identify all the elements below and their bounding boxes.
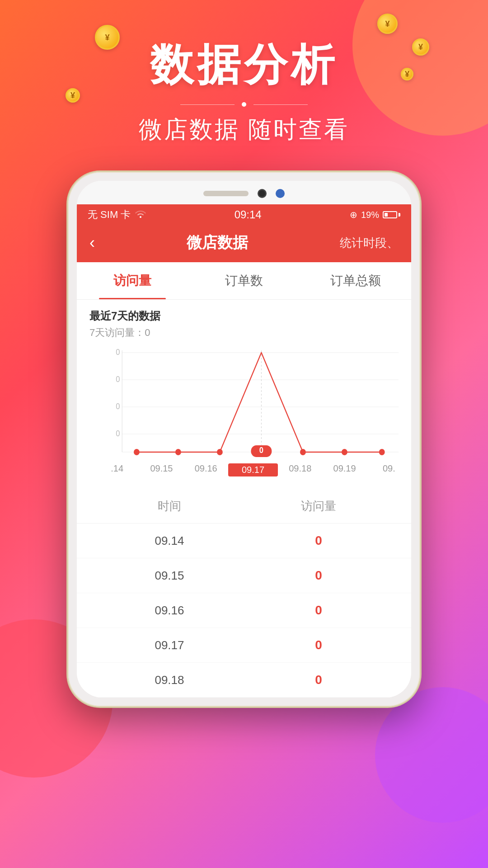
- hero-section: 数据分析 微店数据 随时查看: [0, 36, 488, 146]
- date-label-2: 09.16: [184, 463, 228, 476]
- phone-screen: 无 SIM 卡 09:14 ⊕ 19%: [77, 181, 411, 698]
- svg-point-12: [217, 449, 223, 455]
- row-date-3: 09.17: [95, 638, 244, 652]
- tab-visits[interactable]: 访问量: [77, 262, 188, 299]
- carrier-label: 无 SIM 卡: [88, 208, 131, 222]
- svg-point-17: [300, 449, 306, 455]
- period-selector[interactable]: 统计时段、: [340, 235, 399, 251]
- coin-decoration-2: [377, 14, 398, 34]
- divider-line-right: [253, 104, 308, 105]
- phone-camera: [258, 189, 267, 198]
- chart-svg: 0 0 0 0: [108, 346, 399, 463]
- tab-orders[interactable]: 订单数: [188, 262, 300, 299]
- status-time: 09:14: [235, 208, 262, 221]
- svg-point-19: [379, 449, 385, 455]
- phone-wrapper: 无 SIM 卡 09:14 ⊕ 19%: [68, 172, 420, 707]
- date-label-1: 09.15: [139, 463, 183, 476]
- table-row: 09.14 0: [77, 524, 411, 558]
- table-row: 09.15 0: [77, 558, 411, 593]
- row-value-0: 0: [244, 533, 393, 548]
- phone-sensor: [276, 189, 285, 198]
- col-value-header: 访问量: [244, 498, 393, 514]
- chart-period-label: 最近7天的数据: [89, 309, 399, 323]
- date-label-4: 09.18: [278, 463, 322, 476]
- battery-tip: [399, 213, 400, 217]
- table-row: 09.17 0: [77, 628, 411, 663]
- svg-text:0: 0: [116, 429, 120, 438]
- date-label-3: 09.17: [228, 463, 278, 476]
- tab-bar: 访问量 订单数 订单总额: [77, 262, 411, 300]
- chart-total-label: 7天访问量：0: [89, 326, 399, 340]
- data-table: 时间 访问量 09.14 0 09.15 0 09.16 0 09.17 0: [77, 489, 411, 698]
- back-button[interactable]: ‹: [89, 233, 95, 252]
- date-label-0: .14: [95, 463, 139, 476]
- battery-fill: [385, 213, 388, 217]
- battery-percent: 19%: [361, 210, 379, 220]
- divider-dot: [242, 102, 246, 107]
- row-value-1: 0: [244, 568, 393, 583]
- app-header: ‹ 微店数据 统计时段、: [77, 225, 411, 262]
- svg-point-10: [134, 449, 140, 455]
- svg-point-11: [175, 449, 181, 455]
- battery-icon: [383, 211, 400, 218]
- header-title: 微店数据: [187, 232, 248, 253]
- status-left: 无 SIM 卡: [88, 208, 146, 222]
- row-date-4: 09.18: [95, 673, 244, 687]
- row-date-2: 09.16: [95, 604, 244, 618]
- chart-section: 最近7天的数据 7天访问量：0 0 0 0 0: [77, 300, 411, 463]
- date-label-5: 09.19: [322, 463, 366, 476]
- row-value-4: 0: [244, 673, 393, 687]
- svg-text:0: 0: [116, 347, 120, 357]
- svg-text:0: 0: [116, 401, 120, 411]
- row-value-3: 0: [244, 638, 393, 652]
- hero-title: 数据分析: [0, 36, 488, 95]
- tab-order-total[interactable]: 订单总额: [300, 262, 411, 299]
- status-right: ⊕ 19%: [350, 209, 400, 220]
- phone-speaker: [203, 191, 249, 196]
- divider-line-left: [180, 104, 235, 105]
- table-row: 09.16 0: [77, 593, 411, 628]
- svg-text:0: 0: [259, 445, 263, 455]
- hero-divider: [0, 102, 488, 107]
- date-label-6: 09.: [367, 463, 411, 476]
- wifi-icon: [135, 209, 146, 221]
- hero-subtitle: 微店数据 随时查看: [0, 114, 488, 146]
- row-date-0: 09.14: [95, 534, 244, 548]
- chart-container: 0 0 0 0: [89, 346, 399, 463]
- col-time-header: 时间: [95, 498, 244, 514]
- status-bar: 无 SIM 卡 09:14 ⊕ 19%: [77, 204, 411, 225]
- table-row: 09.18 0: [77, 663, 411, 698]
- table-header: 时间 访问量: [77, 489, 411, 524]
- row-date-1: 09.15: [95, 569, 244, 583]
- phone-notch: [77, 181, 411, 204]
- location-icon: ⊕: [350, 209, 357, 220]
- date-labels-row: .14 09.15 09.16 09.17 09.18 09.19 09.: [77, 463, 411, 482]
- row-value-2: 0: [244, 603, 393, 618]
- phone-frame: 无 SIM 卡 09:14 ⊕ 19%: [68, 172, 420, 707]
- battery-body: [383, 211, 397, 218]
- svg-text:0: 0: [116, 374, 120, 384]
- svg-point-18: [342, 449, 347, 455]
